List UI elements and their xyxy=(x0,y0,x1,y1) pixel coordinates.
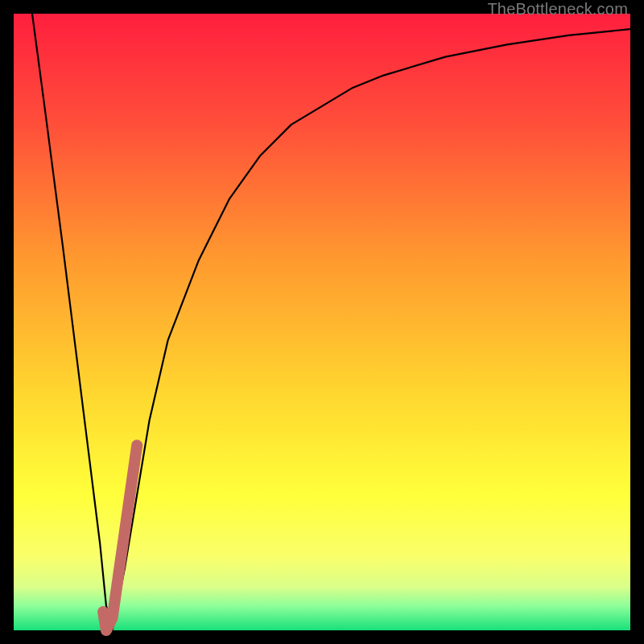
curve-layer xyxy=(14,14,630,630)
highlight-segment xyxy=(103,445,137,630)
chart-frame: TheBottleneck.com xyxy=(0,0,644,644)
watermark-label: TheBottleneck.com xyxy=(487,0,628,19)
